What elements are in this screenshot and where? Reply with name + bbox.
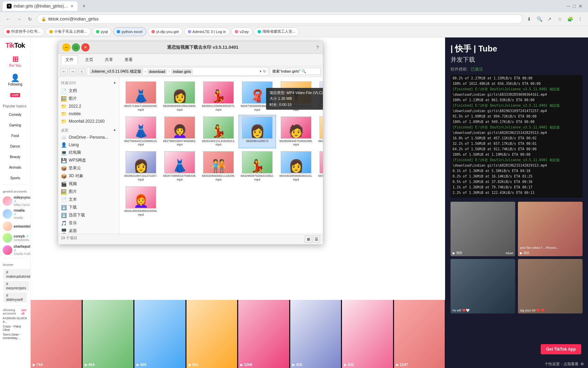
fe-sidebar-3d[interactable]: 📦3D 对象 — [58, 172, 119, 180]
get-tiktok-app-btn[interactable]: Get TikTok App — [541, 344, 581, 354]
fe-sidebar-xunlei[interactable]: ⬇️迅雷下载 — [58, 211, 119, 219]
fe-sidebar-thispc[interactable]: 💻此电脑 — [58, 149, 119, 156]
fe-address-bar[interactable]: Julianne_v3.5.11.0401 稳定版 › download › i… — [87, 67, 268, 76]
tab-new[interactable]: + — [78, 1, 88, 11]
ext-tab-v2ray[interactable]: v2ray — [231, 27, 252, 36]
fe-sidebar-jianguo[interactable]: 📦坚果云 — [58, 164, 119, 172]
fe-sidebar-music[interactable]: 🎵音乐 — [58, 219, 119, 227]
fe-up-btn[interactable]: ↑ — [78, 68, 85, 75]
window-minimize-btn[interactable]: ─ — [567, 3, 570, 9]
ext-tab-admin[interactable]: AdminLTE 3 | Log in — [184, 27, 230, 36]
sug-charlieputh[interactable]: charlieputh ✓ Charlie Puth — [0, 244, 30, 257]
window-close-btn[interactable]: ✕ — [578, 3, 583, 9]
fe-addr-julianne[interactable]: Julianne_v3.5.11.0401 稳定版 — [89, 68, 143, 75]
fe-file-17[interactable]: 👩 6833302859690364161.mp4 — [277, 150, 315, 183]
fe-file-2[interactable]: 👩 6826082658108443906.mp4 — [161, 80, 198, 113]
dp-log-area[interactable]: \download\indian girls\68265412590630535… — [451, 75, 583, 198]
bookmark-btn[interactable]: ☆ — [556, 15, 564, 23]
fe-file-3[interactable]: 💃 6826541259063053570.mp4 — [200, 80, 237, 113]
nav-animals[interactable]: Animals — [0, 162, 30, 173]
tab-active[interactable]: T indian girls (@indian_girlss) T... ✕ — [3, 1, 78, 11]
fe-sidebar-collapse[interactable]: ▲ — [113, 80, 116, 86]
fe-addr-dropdown[interactable]: ▾ — [260, 69, 262, 74]
bv-2[interactable]: ▶454 — [83, 300, 134, 368]
fe-desktop-collapse[interactable]: ▲ — [113, 128, 116, 133]
bv-3[interactable]: ▶405 — [134, 300, 186, 368]
fe-file-1[interactable]: 👗 6825714647182626049.mp4 — [122, 80, 160, 113]
ext-tab-python-excel[interactable]: python excel — [113, 27, 146, 36]
nav-live[interactable]: LIVE — [0, 90, 30, 101]
fe-file-9[interactable]: 💃 6828196215142829313.mp4 — [200, 115, 237, 149]
forward-btn[interactable]: → — [15, 15, 23, 23]
nav-dance[interactable]: Dance — [0, 141, 30, 152]
tab-close-btn[interactable]: ✕ — [70, 4, 74, 9]
fe-sidebar-wps[interactable]: 💾WPS网盘 — [58, 156, 119, 164]
fe-addr-refresh[interactable]: ↻ — [263, 69, 266, 74]
dp-vid-4[interactable]: tag your Dil ❤️ ❤️ — [518, 259, 583, 313]
fe-file-7[interactable]: 👗 6827569432143990018.mp4 — [122, 115, 160, 149]
nav-sports[interactable]: Sports — [0, 173, 30, 183]
window-maximize-btn[interactable]: □ — [573, 3, 576, 9]
fe-sidebar-downloads[interactable]: ⬇️下载 — [58, 203, 119, 211]
dp-vid-3[interactable]: he will ❤️🤍 — [451, 259, 515, 313]
nav-comedy[interactable]: Comedy — [0, 109, 30, 120]
fe-file-11[interactable]: 🧑 6828599446754692098.mp4 — [277, 115, 315, 149]
fe-tab-view[interactable]: 查看 — [120, 55, 137, 64]
sug-coreyb[interactable]: coreyb ✓ coreybooks — [0, 232, 30, 244]
nav-food[interactable]: Food — [0, 131, 30, 141]
personal-settings-banner[interactable]: 个性设置：点我看看 ⚙ — [541, 360, 588, 368]
fe-addr-download[interactable]: download — [147, 69, 167, 74]
nav-for-you[interactable]: ⊞ For You — [0, 52, 30, 71]
bv-7[interactable]: ▶832 — [342, 300, 393, 368]
ext-tab-bunny[interactable]: 小兔子耳朵上的鼓... — [46, 27, 91, 36]
fe-file-10[interactable]: 👩 6828381428573 项目类型: MP4 Video File (VL… — [239, 115, 276, 149]
ext-tab-ytdlp[interactable]: yt-dlp you-get — [148, 27, 183, 36]
downloader-help-btn[interactable]: ? — [316, 45, 319, 50]
fe-file-14[interactable]: 👗 6829739890167598338.mp4 — [161, 150, 198, 183]
sug-mileycyrus[interactable]: mileycyrus ✓ Miley Cyrus — [0, 195, 30, 208]
fe-file-15[interactable]: 🧑‍🤝‍🧑 6830208404821118209.mp4 — [200, 150, 237, 183]
tag-easyrecipes[interactable]: # easyrecipes — [3, 281, 29, 291]
fe-file-19[interactable]: 👩‍🦰 6834185559389326594.mp4 — [122, 185, 160, 218]
fe-view-list-btn[interactable]: ☰ — [313, 235, 320, 243]
fe-file-8[interactable]: 👩‍🦱 6827860338474568962.mp4 — [161, 115, 198, 149]
menu-btn[interactable]: ⋮ — [576, 15, 584, 23]
download-btn[interactable]: ⬇ — [525, 15, 533, 23]
extensions-btn[interactable]: 🧩 — [566, 15, 574, 23]
fe-sidebar-desktop2[interactable]: 🖥️桌面 — [58, 227, 119, 234]
fe-tab-file[interactable]: 文件 — [61, 55, 78, 64]
win-close-btn[interactable]: ✕ — [81, 43, 89, 51]
following-tomsdiner[interactable]: Tom's Diner - AnnenMay... — [0, 332, 30, 340]
fe-file-16[interactable]: 💃 6832950979206319362.mp4 — [239, 150, 276, 183]
sug-eminem[interactable]: eminemtoktik — [0, 220, 30, 232]
ext-tab-douyin[interactable]: 抖音快手小红书... — [3, 27, 44, 36]
fe-file-13[interactable]: 👩 6829631897241472257.mp4 — [122, 150, 160, 183]
sug-rosalia[interactable]: rosalia ✓ rosalia — [0, 208, 30, 220]
address-bar[interactable]: 🔒 tiktok.com/@indian_girlss — [37, 14, 523, 24]
search-btn[interactable]: 🔍 — [536, 15, 543, 23]
fe-forward-btn[interactable]: → — [69, 68, 77, 75]
fe-file-18[interactable]: 🧑 6833707221218512130.mp4 — [316, 150, 323, 183]
bv-6[interactable]: ▶416 — [290, 300, 342, 368]
fe-sidebar-mobile[interactable]: 📁mobile — [58, 110, 119, 118]
win-minimize-btn[interactable]: ─ — [62, 43, 70, 51]
fe-sidebar-pictures[interactable]: 🖼️图片 — [58, 188, 119, 196]
bv-5[interactable]: ▶1068 — [238, 300, 290, 368]
fe-file-12[interactable]: 👨 6828786469830692098.mp4 — [316, 115, 323, 149]
dp-vid-2[interactable]: your fav colour.?....#foryou... ▶ 602 — [518, 202, 583, 256]
following-crazy[interactable]: Crazy - Patsy Cline — [0, 324, 30, 332]
see-all-btn[interactable]: see all — [21, 308, 28, 315]
fe-sidebar-moonfall[interactable]: 📁Moonfall.2022.2160 — [58, 118, 119, 125]
share-btn[interactable]: ↗ — [546, 15, 553, 23]
nav-beauty[interactable]: Beauty — [0, 152, 30, 162]
fe-back-btn[interactable]: ← — [60, 68, 68, 75]
following-fashion[interactable]: FAShION GLOCK 4... — [0, 316, 30, 324]
win-maximize-btn[interactable]: □ — [72, 43, 80, 51]
fe-sidebar-text[interactable]: 📄文本 — [58, 196, 119, 203]
dp-vid-1[interactable]: ▶ 909 #duet — [451, 202, 515, 256]
refresh-btn[interactable]: ↻ — [26, 15, 34, 23]
tag-makeuptutorial[interactable]: # makeuptutorial — [3, 269, 31, 279]
fe-sidebar-liang[interactable]: 👤Liang — [58, 141, 119, 149]
bv-1[interactable]: ▶744 — [31, 300, 82, 368]
ext-tab-pyqt[interactable]: pyqt — [92, 27, 112, 36]
